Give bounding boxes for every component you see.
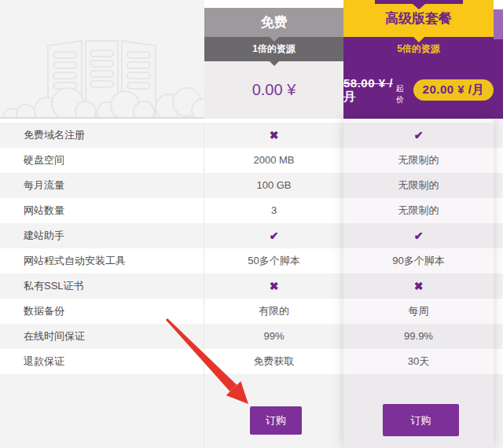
server-illustration <box>0 0 204 119</box>
server-towers-icon <box>0 0 204 119</box>
table-row: 网站数量 3 无限制的 <box>0 198 503 223</box>
table-row: 网站程式自动安装工具 50多个脚本 90多个脚本 <box>0 248 503 274</box>
premium-new-price-pill: 20.00 ¥ /月 <box>413 79 494 101</box>
feature-label: 退款保证 <box>24 349 64 374</box>
premium-plan-value: 30天 <box>343 349 494 374</box>
check-icon: ✔ <box>343 123 494 148</box>
clouds-icon <box>4 88 204 119</box>
table-row: 硬盘空间 2000 MB 无限制的 <box>0 148 503 173</box>
free-plan-value: 50多个脚本 <box>204 248 343 274</box>
free-plan-value: 2000 MB <box>204 148 343 173</box>
premium-plan-price-row: 58.00 ¥ /月 起价 20.00 ¥ /月 <box>343 61 494 119</box>
premium-plan-value: 无限制的 <box>343 148 494 173</box>
feature-label: 网站数量 <box>24 198 64 223</box>
next-plan-column-sliver-header <box>494 9 503 39</box>
table-row: 私有SSL证书 ✖ ✖ <box>0 274 503 299</box>
premium-plan-header: 高级版套餐 5倍的资源 58.00 ¥ /月 起价 20.00 ¥ /月 <box>343 0 494 119</box>
premium-plan-value: 无限制的 <box>343 198 494 223</box>
check-icon: ✔ <box>204 223 343 248</box>
free-plan-value: 有限的 <box>204 299 343 324</box>
table-row: 建站助手 ✔ ✔ <box>0 223 503 248</box>
table-row: 每月流量 100 GB 无限制的 <box>0 173 503 198</box>
premium-old-price: 58.00 ¥ /月 <box>343 76 395 105</box>
premium-price-prefix: 起价 <box>396 83 409 105</box>
popular-ribbon <box>375 0 463 4</box>
check-icon: ✔ <box>343 223 494 248</box>
feature-label: 硬盘空间 <box>24 148 64 173</box>
cross-icon: ✖ <box>343 274 494 299</box>
table-row: 数据备份 有限的 每周 <box>0 299 503 324</box>
premium-plan-value: 99.9% <box>343 324 494 349</box>
premium-plan-order-button[interactable]: 订购 <box>383 404 459 436</box>
premium-plan-value: 每周 <box>343 299 494 324</box>
feature-table: 免费域名注册 ✖ ✔ 硬盘空间 2000 MB 无限制的 每月流量 100 GB… <box>0 123 503 374</box>
table-row: 免费域名注册 ✖ ✔ <box>0 123 503 148</box>
free-plan-price: 0.00 ¥ <box>204 61 343 119</box>
cross-icon: ✖ <box>204 274 343 299</box>
cross-icon: ✖ <box>204 123 343 148</box>
feature-label: 数据备份 <box>24 299 64 324</box>
free-plan-value: 免费获取 <box>204 349 343 374</box>
column-divider <box>204 123 204 448</box>
table-row: 退款保证 免费获取 30天 <box>0 349 503 374</box>
pricing-comparison-page: 免费 1倍的资源 0.00 ¥ 高级版套餐 5倍的资源 58.00 ¥ /月 起… <box>0 0 503 448</box>
free-plan-order-button[interactable]: 订购 <box>250 406 302 435</box>
feature-label: 建站助手 <box>24 223 64 248</box>
table-row: 在线时间保证 99% 99.9% <box>0 324 503 349</box>
free-plan-title: 免费 <box>204 8 343 37</box>
feature-label: 私有SSL证书 <box>24 274 84 299</box>
feature-label: 在线时间保证 <box>24 324 85 349</box>
feature-label: 免费域名注册 <box>24 123 85 148</box>
free-plan-value: 3 <box>204 198 343 223</box>
feature-label: 网站程式自动安装工具 <box>24 248 126 274</box>
next-plan-column-sliver-band <box>494 39 503 119</box>
free-plan-value: 100 GB <box>204 173 343 198</box>
premium-plan-value: 90多个脚本 <box>343 248 494 274</box>
premium-plan-value: 无限制的 <box>343 173 494 198</box>
free-plan-header: 免费 1倍的资源 0.00 ¥ <box>204 0 343 119</box>
feature-label: 每月流量 <box>24 173 64 198</box>
free-plan-value: 99% <box>204 324 343 349</box>
